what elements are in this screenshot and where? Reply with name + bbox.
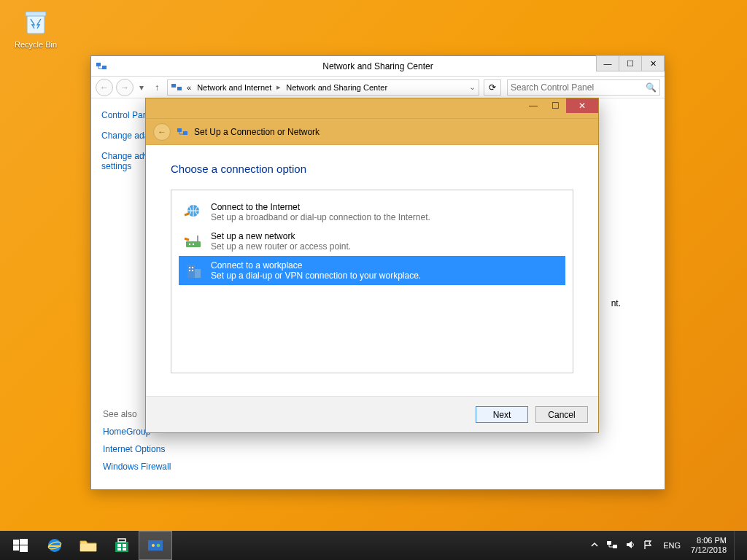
svg-rect-25 bbox=[115, 542, 128, 552]
wizard-icon bbox=[177, 126, 188, 138]
svg-rect-28 bbox=[123, 544, 126, 547]
network-icon bbox=[606, 540, 618, 550]
svg-rect-19 bbox=[20, 539, 28, 545]
option-subtitle: Set up a broadband or dial-up connection… bbox=[211, 212, 430, 222]
store-icon bbox=[114, 537, 130, 553]
svg-rect-5 bbox=[177, 87, 182, 90]
tray-date: 7/12/2018 bbox=[691, 545, 727, 555]
svg-rect-1 bbox=[26, 12, 46, 16]
wizard-minimize-button[interactable]: — bbox=[522, 98, 544, 113]
svg-rect-18 bbox=[13, 540, 19, 545]
wizard-maximize-button[interactable]: ☐ bbox=[544, 98, 566, 113]
wizard-footer: Next Cancel bbox=[146, 396, 598, 432]
svg-point-32 bbox=[152, 544, 155, 547]
wizard-close-button[interactable]: ✕ bbox=[566, 98, 598, 113]
tray-clock[interactable]: 8:06 PM 7/12/2018 bbox=[691, 536, 727, 555]
search-input[interactable] bbox=[511, 82, 657, 93]
cp-close-button[interactable]: ✕ bbox=[641, 55, 665, 71]
tray-action-center[interactable] bbox=[643, 540, 653, 551]
cp-address-row: ← → ▾ ↑ « Network and Internet ▸ Network… bbox=[91, 77, 665, 98]
nav-up-button[interactable]: ↑ bbox=[150, 79, 164, 96]
svg-rect-17 bbox=[192, 270, 193, 271]
tray-network[interactable] bbox=[606, 540, 618, 551]
wizard-option-list: Connect to the Internet Set up a broadba… bbox=[171, 190, 573, 373]
nav-forward-button[interactable]: → bbox=[116, 79, 133, 96]
folder-icon bbox=[80, 538, 97, 553]
wizard-titlebar[interactable]: — ☐ ✕ bbox=[146, 98, 598, 119]
cp-titlebar[interactable]: Network and Sharing Center — ☐ ✕ bbox=[91, 56, 665, 77]
stray-text-fragment: nt. bbox=[611, 298, 621, 308]
speaker-icon bbox=[625, 540, 635, 550]
svg-rect-16 bbox=[189, 270, 190, 271]
taskbar-explorer[interactable] bbox=[71, 531, 105, 560]
taskbar-ie[interactable] bbox=[38, 531, 71, 560]
nav-back-button[interactable]: ← bbox=[96, 79, 113, 96]
option-subtitle: Set up a new router or access point. bbox=[211, 241, 351, 252]
desktop-icon-recycle-bin[interactable]: Recycle Bin bbox=[10, 6, 61, 49]
svg-rect-6 bbox=[177, 128, 182, 132]
show-desktop-button[interactable] bbox=[734, 531, 740, 560]
building-icon bbox=[183, 260, 204, 281]
svg-rect-31 bbox=[148, 540, 163, 551]
network-center-icon bbox=[96, 61, 107, 72]
taskbar: ENG 8:06 PM 7/12/2018 bbox=[0, 531, 747, 560]
wizard-title: Set Up a Connection or Network bbox=[194, 127, 320, 137]
option-connect-internet[interactable]: Connect to the Internet Set up a broadba… bbox=[179, 198, 565, 227]
wizard-back-button[interactable]: ← bbox=[153, 123, 171, 141]
refresh-button[interactable]: ⟳ bbox=[484, 79, 501, 96]
option-subtitle: Set up a dial-up or VPN connection to yo… bbox=[211, 271, 421, 281]
flag-icon bbox=[643, 540, 653, 550]
desktop-icon-label: Recycle Bin bbox=[10, 40, 61, 49]
control-panel-icon bbox=[147, 538, 164, 553]
svg-rect-27 bbox=[117, 544, 121, 547]
svg-rect-30 bbox=[123, 548, 126, 551]
cp-maximize-button[interactable]: ☐ bbox=[619, 55, 642, 71]
breadcrumb-network-sharing[interactable]: Network and Sharing Center bbox=[285, 82, 389, 93]
breadcrumb-prefix[interactable]: « bbox=[185, 82, 193, 93]
setup-connection-wizard: — ☐ ✕ ← Set Up a Connection or Network C… bbox=[145, 98, 599, 433]
breadcrumb-network-internet[interactable]: Network and Internet bbox=[196, 82, 273, 93]
svg-rect-26 bbox=[118, 539, 125, 542]
svg-rect-12 bbox=[187, 265, 195, 278]
tray-time: 8:06 PM bbox=[691, 536, 727, 545]
option-title: Set up a new network bbox=[211, 231, 351, 241]
tray-volume[interactable] bbox=[625, 540, 635, 551]
system-tray: ENG 8:06 PM 7/12/2018 bbox=[590, 531, 744, 560]
option-setup-new-network[interactable]: Set up a new network Set up a new router… bbox=[179, 227, 565, 256]
see-also-internet-options[interactable]: Internet Options bbox=[103, 444, 239, 454]
address-bar-dropdown[interactable]: ⌄ bbox=[469, 82, 476, 92]
svg-rect-13 bbox=[195, 269, 201, 278]
ie-icon bbox=[46, 537, 63, 554]
chevron-up-icon bbox=[590, 540, 599, 549]
cp-minimize-button[interactable]: — bbox=[596, 55, 619, 71]
router-icon bbox=[183, 231, 204, 252]
taskbar-store[interactable] bbox=[105, 531, 139, 560]
tray-overflow-button[interactable] bbox=[590, 540, 599, 551]
nav-recent-dropdown[interactable]: ▾ bbox=[136, 79, 147, 96]
address-bar[interactable]: « Network and Internet ▸ Network and Sha… bbox=[167, 79, 479, 96]
recycle-bin-icon bbox=[20, 6, 51, 36]
breadcrumb-separator: ▸ bbox=[276, 82, 282, 92]
tray-language[interactable]: ENG bbox=[660, 541, 684, 550]
option-connect-workplace[interactable]: Connect to a workplace Set up a dial-up … bbox=[179, 256, 565, 285]
search-box[interactable]: 🔍 bbox=[507, 79, 660, 96]
svg-point-33 bbox=[157, 544, 160, 548]
svg-rect-34 bbox=[607, 541, 611, 545]
option-title: Connect to the Internet bbox=[211, 202, 430, 212]
windows-logo-icon bbox=[13, 538, 28, 553]
start-button[interactable] bbox=[3, 531, 38, 560]
svg-rect-15 bbox=[192, 267, 193, 268]
svg-rect-21 bbox=[20, 545, 28, 552]
svg-point-11 bbox=[193, 244, 194, 245]
svg-rect-14 bbox=[189, 267, 190, 268]
option-title: Connect to a workplace bbox=[211, 260, 421, 271]
cancel-button[interactable]: Cancel bbox=[535, 406, 588, 423]
svg-point-10 bbox=[189, 244, 190, 245]
globe-icon bbox=[183, 202, 204, 222]
wizard-header: ← Set Up a Connection or Network bbox=[146, 119, 598, 145]
next-button[interactable]: Next bbox=[476, 406, 528, 423]
svg-rect-4 bbox=[171, 84, 176, 88]
wizard-heading: Choose a connection option bbox=[171, 163, 573, 175]
taskbar-control-panel[interactable] bbox=[139, 531, 172, 560]
see-also-firewall[interactable]: Windows Firewall bbox=[103, 462, 239, 472]
